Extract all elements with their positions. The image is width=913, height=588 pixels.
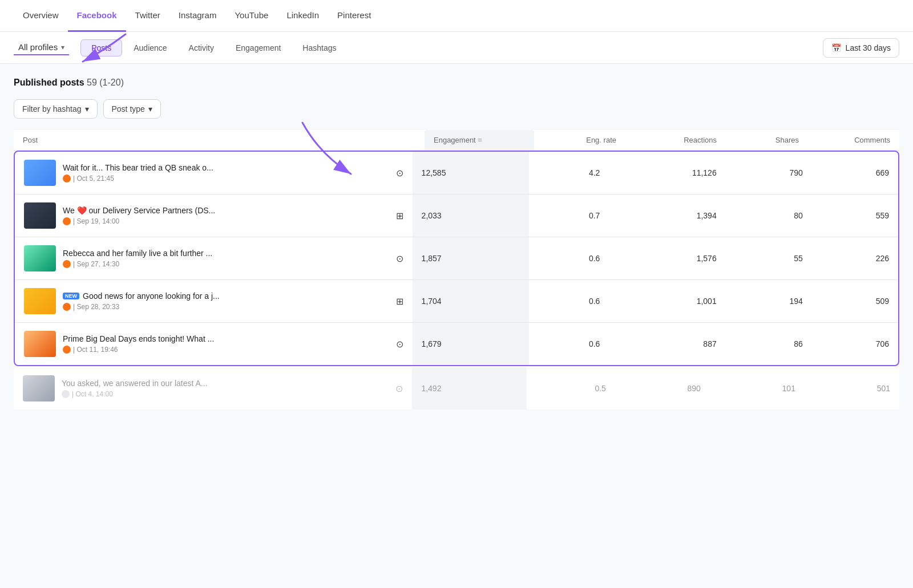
post-title: You asked, we answered in our latest A..… — [62, 379, 389, 388]
post-type-filter-label: Post type — [112, 104, 145, 113]
post-thumbnail — [24, 288, 56, 314]
table-header-row: Post Engagement ≡ Eng. rate Reactions Sh… — [14, 130, 899, 151]
top-nav-item-youtube[interactable]: YouTube — [225, 0, 277, 32]
col-comments: Comments — [808, 130, 899, 151]
date-range-button[interactable]: 📅 Last 30 days — [823, 38, 899, 58]
table-row[interactable]: NEW Good news for anyone looking for a j… — [15, 280, 898, 323]
top-nav-item-twitter[interactable]: Twitter — [126, 0, 169, 32]
video-icon: ⊙ — [396, 168, 403, 179]
comments-value: 501 — [805, 367, 899, 409]
shares-value: 101 — [710, 367, 805, 409]
table-row[interactable]: We ❤️ our Delivery Service Partners (DS.… — [15, 194, 898, 237]
post-meta: | Sep 27, 14:30 — [63, 260, 389, 268]
top-nav: OverviewFacebookTwitterInstagramYouTubeL… — [0, 0, 913, 32]
video-icon: ⊙ — [395, 383, 403, 394]
top-nav-item-overview[interactable]: Overview — [14, 0, 68, 32]
shares-value: 194 — [726, 280, 812, 323]
reactions-value: 11,126 — [609, 152, 725, 194]
badge-new: NEW — [63, 293, 79, 299]
col-eng-rate: Eng. rate — [534, 130, 625, 151]
sub-nav: All profiles ▾ PostsAudienceActivityEnga… — [0, 32, 913, 64]
eng-rate-value: 0.6 — [529, 280, 609, 323]
chevron-down-icon: ▾ — [61, 43, 64, 51]
hashtag-filter-chevron-icon: ▾ — [85, 104, 89, 113]
post-meta: | Oct 4, 14:00 — [62, 390, 389, 398]
post-meta: | Oct 11, 19:46 — [63, 346, 389, 354]
profile-dot-icon — [63, 175, 71, 183]
engagement-value: 1,679 — [413, 323, 529, 366]
col-engagement[interactable]: Engagement ≡ — [425, 130, 534, 151]
hashtag-filter-label: Filter by hashtag — [22, 104, 82, 113]
comments-value: 509 — [812, 280, 898, 323]
post-title: We ❤️ our Delivery Service Partners (DS.… — [63, 206, 389, 215]
post-cell: Prime Big Deal Days ends tonight! What .… — [15, 323, 413, 366]
posts-table-wrapper: Post Engagement ≡ Eng. rate Reactions Sh… — [14, 130, 899, 409]
shares-value: 790 — [726, 152, 812, 194]
image-icon: ⊞ — [396, 210, 403, 221]
eng-rate-value: 0.5 — [527, 367, 615, 409]
post-title: NEW Good news for anyone looking for a j… — [63, 291, 389, 301]
col-post: Post — [14, 130, 425, 151]
table-row[interactable]: Prime Big Deal Days ends tonight! What .… — [15, 323, 898, 366]
sub-tab-engagement[interactable]: Engagement — [225, 40, 291, 56]
profile-dropdown[interactable]: All profiles ▾ — [14, 40, 69, 55]
sub-tab-activity[interactable]: Activity — [179, 40, 224, 56]
main-content: Published posts 59 (1-20) Filter by hash… — [0, 64, 913, 588]
eng-rate-value: 0.6 — [529, 237, 609, 280]
table-row[interactable]: You asked, we answered in our latest A..… — [14, 367, 899, 409]
engagement-value: 1,704 — [413, 280, 529, 323]
comments-value: 706 — [812, 323, 898, 366]
comments-value: 559 — [812, 194, 898, 237]
top-nav-item-instagram[interactable]: Instagram — [169, 0, 226, 32]
post-meta: | Sep 28, 20:33 — [63, 303, 389, 311]
post-thumbnail — [24, 245, 56, 271]
video-icon: ⊙ — [396, 253, 403, 264]
sort-icon: ≡ — [478, 136, 482, 144]
post-thumbnail — [24, 160, 56, 186]
posts-table-header: Post Engagement ≡ Eng. rate Reactions Sh… — [14, 130, 899, 151]
post-cell: Wait for it... This bear tried a QB snea… — [15, 152, 413, 194]
filters: Filter by hashtag ▾ Post type ▾ — [14, 99, 899, 119]
sub-tab-audience[interactable]: Audience — [123, 40, 177, 56]
post-type-filter-button[interactable]: Post type ▾ — [103, 99, 161, 119]
post-title: Prime Big Deal Days ends tonight! What .… — [63, 334, 389, 343]
profile-dot-icon — [63, 260, 71, 268]
post-cell: NEW Good news for anyone looking for a j… — [15, 280, 413, 323]
table-row[interactable]: Wait for it... This bear tried a QB snea… — [15, 152, 898, 194]
post-thumbnail — [23, 375, 55, 402]
published-posts-header: Published posts 59 (1-20) — [14, 78, 899, 88]
shares-value: 86 — [726, 323, 812, 366]
top-nav-item-pinterest[interactable]: Pinterest — [328, 0, 380, 32]
sub-tabs: PostsAudienceActivityEngagementHashtags — [80, 39, 346, 56]
hashtag-filter-button[interactable]: Filter by hashtag ▾ — [14, 99, 98, 119]
engagement-value: 1,857 — [413, 237, 529, 280]
regular-posts-table: You asked, we answered in our latest A..… — [14, 367, 899, 409]
top-nav-item-facebook[interactable]: Facebook — [68, 0, 126, 32]
reactions-value: 887 — [609, 323, 725, 366]
sub-nav-left: All profiles ▾ PostsAudienceActivityEnga… — [14, 39, 347, 56]
shares-value: 55 — [726, 237, 812, 280]
reactions-value: 1,394 — [609, 194, 725, 237]
sub-tab-hashtags[interactable]: Hashtags — [292, 40, 346, 56]
reactions-value: 1,001 — [609, 280, 725, 323]
post-cell: Rebecca and her family live a bit furthe… — [15, 237, 413, 280]
profile-dot-icon — [62, 390, 70, 398]
sub-tab-posts[interactable]: Posts — [80, 39, 122, 56]
published-posts-count: 59 (1-20) — [87, 78, 124, 87]
profile-dot-icon — [63, 217, 71, 225]
page-wrapper: OverviewFacebookTwitterInstagramYouTubeL… — [0, 0, 913, 588]
shares-value: 80 — [726, 194, 812, 237]
post-type-filter-chevron-icon: ▾ — [148, 104, 152, 113]
reactions-value: 1,576 — [609, 237, 725, 280]
engagement-value: 2,033 — [413, 194, 529, 237]
post-title: Wait for it... This bear tried a QB snea… — [63, 163, 389, 172]
published-posts-label: Published posts — [14, 78, 84, 87]
post-thumbnail — [24, 202, 56, 229]
reactions-value: 890 — [615, 367, 710, 409]
top-nav-item-linkedin[interactable]: LinkedIn — [277, 0, 328, 32]
table-row[interactable]: Rebecca and her family live a bit furthe… — [15, 237, 898, 280]
eng-rate-value: 0.6 — [529, 323, 609, 366]
post-meta: | Sep 19, 14:00 — [63, 217, 389, 225]
profile-dropdown-label: All profiles — [18, 42, 58, 52]
post-meta: | Oct 5, 21:45 — [63, 175, 389, 183]
